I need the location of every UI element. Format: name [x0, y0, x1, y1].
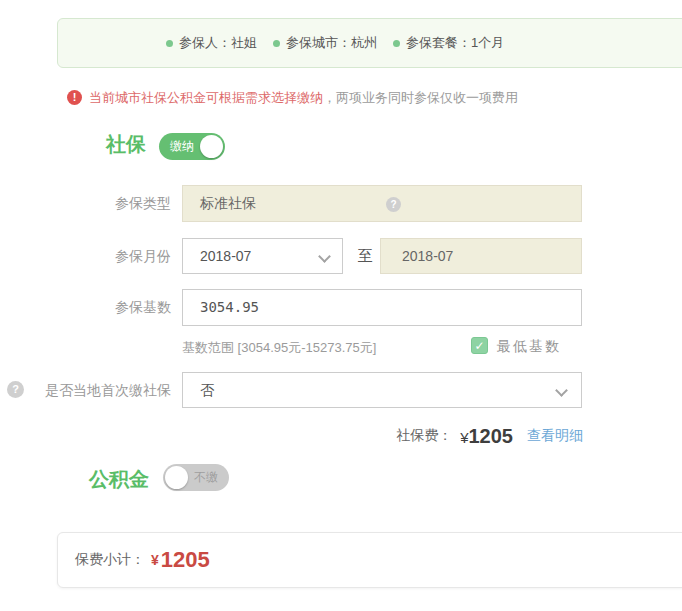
- subtotal-amount: 1205: [161, 547, 210, 573]
- toggle-off-label: 不缴: [194, 464, 218, 491]
- toggle-on-label: 缴纳: [170, 133, 194, 160]
- city-policy-notice: ! 当前城市社保公积金可根据需求选择缴纳，两项业务同时参保仅收一项费用: [67, 88, 518, 107]
- first-time-label: 是否当地首次缴社保: [28, 372, 171, 408]
- insurance-form-page: 参保人：社姐 参保城市：杭州 参保套餐：1个月 ! 当前城市社保公积金可根据需求…: [0, 0, 682, 611]
- social-fee-amount: ¥1205: [460, 425, 513, 448]
- summary-item-city: 参保城市：杭州: [273, 34, 377, 52]
- housing-fund-toggle[interactable]: 不缴: [163, 464, 229, 491]
- subtotal-currency: ¥: [151, 552, 159, 568]
- lowest-base-checkbox[interactable]: ✓: [471, 337, 488, 354]
- month-from-select[interactable]: 2018-07: [182, 238, 343, 274]
- insure-month-label: 参保月份: [60, 238, 171, 274]
- help-question-icon[interactable]: ?: [386, 197, 401, 212]
- bullet-dot-icon: [273, 40, 280, 47]
- insure-type-value: 标准社保: [200, 195, 256, 211]
- notice-highlight-text: 当前城市社保公积金可根据需求选择缴纳: [89, 90, 323, 105]
- base-range-hint: 基数范围 [3054.95元-15273.75元]: [182, 339, 376, 357]
- toggle-knob: [200, 135, 223, 158]
- enrollment-summary-bar: 参保人：社姐 参保城市：杭州 参保套餐：1个月: [57, 18, 682, 68]
- social-fee-line: 社保费： ¥1205 查看明细: [182, 423, 583, 449]
- notice-rest-text: ，两项业务同时参保仅收一项费用: [323, 90, 518, 105]
- lowest-base-checkbox-label: 最低基数: [497, 338, 561, 356]
- insure-base-input[interactable]: 3054.95: [182, 289, 582, 326]
- summary-item-person: 参保人：社姐: [166, 34, 257, 52]
- help-question-icon[interactable]: ?: [7, 381, 24, 398]
- summary-person-label: 参保人：社姐: [179, 34, 257, 52]
- alert-icon: !: [67, 90, 82, 105]
- social-insurance-title: 社保: [106, 131, 146, 158]
- toggle-knob: [165, 466, 188, 489]
- summary-item-package: 参保套餐：1个月: [393, 34, 504, 52]
- premium-subtotal-box: 保费小计： ¥ 1205: [57, 532, 682, 588]
- chevron-down-icon: [318, 250, 331, 263]
- month-range-separator: 至: [352, 238, 378, 274]
- insure-base-value: 3054.95: [200, 299, 259, 315]
- view-detail-link[interactable]: 查看明细: [527, 427, 583, 445]
- bullet-dot-icon: [166, 40, 173, 47]
- subtotal-label: 保费小计：: [75, 551, 145, 569]
- first-time-select[interactable]: 否: [182, 372, 582, 408]
- summary-package-label: 参保套餐：1个月: [406, 34, 504, 52]
- social-insurance-toggle[interactable]: 缴纳: [159, 133, 225, 160]
- summary-city-label: 参保城市：杭州: [286, 34, 377, 52]
- insure-type-field: 标准社保 ?: [182, 185, 582, 222]
- first-time-value: 否: [200, 382, 214, 398]
- month-to-value: 2018-07: [402, 248, 453, 264]
- insure-base-label: 参保基数: [60, 289, 171, 326]
- chevron-down-icon: [555, 384, 568, 397]
- month-to-field: 2018-07: [380, 238, 582, 274]
- month-from-value: 2018-07: [200, 248, 251, 264]
- check-icon: ✓: [474, 339, 484, 353]
- insure-type-label: 参保类型: [60, 185, 171, 222]
- bullet-dot-icon: [393, 40, 400, 47]
- social-fee-label: 社保费：: [396, 427, 452, 445]
- housing-fund-title: 公积金: [89, 466, 149, 493]
